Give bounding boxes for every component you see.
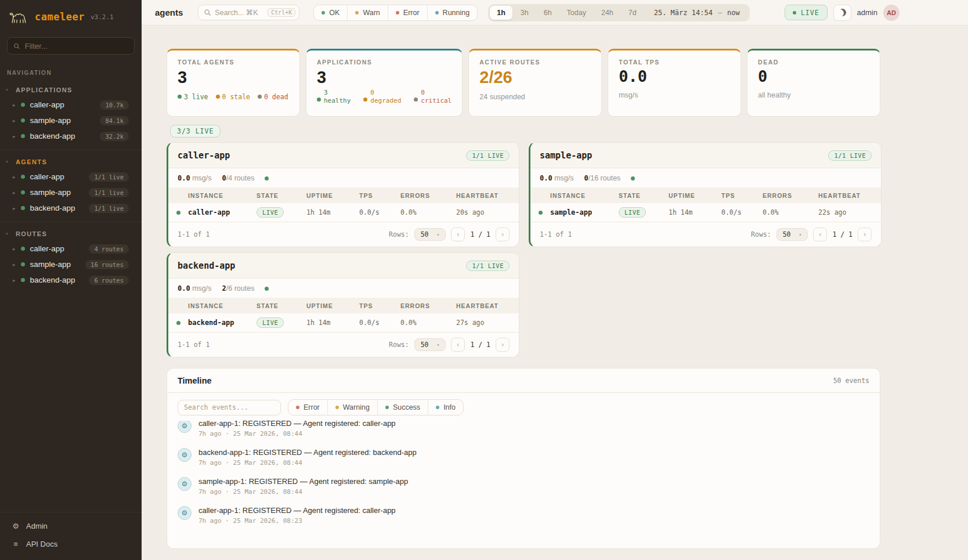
sidebar-item-routes-sample-app[interactable]: ▸ sample-app 16 routes — [0, 256, 142, 272]
timeline-event[interactable]: ⚙ sample-app-1: REGISTERED — Agent regis… — [178, 472, 869, 501]
next-page-button[interactable]: › — [858, 227, 872, 241]
time-range-6h[interactable]: 6h — [537, 6, 559, 20]
sidebar-filter-input[interactable] — [25, 42, 128, 50]
sidebar-item-agents-backend-app[interactable]: ▸ backend-app 1/1 live — [0, 200, 142, 216]
sidebar-item-applications-backend-app[interactable]: ▸ backend-app 32.2k — [0, 128, 142, 144]
filter-success[interactable]: Success — [378, 400, 428, 415]
filter-info[interactable]: Info — [428, 400, 463, 415]
sidebar-footer: ⚙ Admin ≡ API Docs — [0, 512, 142, 560]
global-search[interactable]: Ctrl+K — [198, 5, 299, 20]
rows-per-page-select[interactable]: 50▾ — [776, 228, 808, 241]
sidebar-item-agents-caller-app[interactable]: ▸ caller-app 1/1 live — [0, 169, 142, 185]
chevron-right-icon: ▸ — [13, 277, 16, 283]
sidebar-item-routes-caller-app[interactable]: ▸ caller-app 4 routes — [0, 241, 142, 256]
stat-card-total-agents: TOTAL AGENTS 3 3 live 0 stale 0 dead — [167, 49, 300, 117]
prev-page-button[interactable]: ‹ — [813, 227, 827, 241]
time-range-today[interactable]: Today — [560, 6, 593, 20]
status-dot — [21, 134, 25, 138]
sidebar-item-applications-caller-app[interactable]: ▸ caller-app 10.7k — [0, 97, 142, 113]
stat-label: ACTIVE ROUTES — [479, 59, 591, 66]
count-badge: 84.1k — [100, 116, 129, 125]
count-badge: 16 routes — [85, 260, 129, 269]
status-dot — [21, 206, 25, 210]
agent-gear-icon: ⚙ — [178, 421, 192, 433]
sidebar: cameleer v3.2.1 NAVIGATION ▾ APPLICATION… — [0, 0, 142, 560]
app-root: cameleer v3.2.1 NAVIGATION ▾ APPLICATION… — [0, 0, 968, 560]
status-dot — [21, 278, 25, 282]
rows-per-page-select[interactable]: 50▾ — [414, 228, 446, 241]
instance-live-dot — [539, 211, 543, 215]
timeline-search[interactable] — [178, 400, 281, 416]
filter-error[interactable]: Error — [288, 400, 328, 415]
sidebar-item-admin[interactable]: ⚙ Admin — [0, 517, 142, 535]
row-range: 1-1 of 1 — [540, 230, 572, 239]
status-dot — [21, 247, 25, 251]
rows-per-page-select[interactable]: 50▾ — [414, 338, 446, 351]
filter-running[interactable]: Running — [428, 5, 478, 20]
date-range-display[interactable]: 25. März 14:54 — now — [645, 9, 748, 17]
timeline-search-input[interactable] — [184, 403, 274, 411]
next-page-button[interactable]: › — [496, 338, 510, 352]
app-card-title[interactable]: caller-app — [178, 150, 230, 161]
time-range-24h[interactable]: 24h — [594, 6, 620, 20]
stale-dot — [216, 95, 220, 99]
health-dot — [265, 287, 269, 291]
time-range-1h[interactable]: 1h — [490, 6, 512, 20]
filter-error[interactable]: Error — [388, 5, 428, 20]
status-dot — [21, 190, 25, 194]
app-card-sample-app: sample-app 1/1 LIVE 0.0 msg/s 0/16 route… — [529, 142, 882, 247]
stat-card-dead: DEAD 0 all healthy — [747, 49, 880, 117]
avatar[interactable]: AD — [883, 5, 900, 21]
count-badge: 4 routes — [89, 244, 129, 254]
nav-section-applications: ▾ APPLICATIONS ▸ caller-app 10.7k ▸ samp… — [0, 78, 142, 150]
table-row[interactable]: backend-app LIVE 1h 14m 0.0/s 0.0% 27s a… — [168, 313, 519, 333]
chevron-right-icon: ▸ — [13, 246, 16, 252]
rows-label: Rows: — [389, 341, 409, 349]
chevron-left-icon: ‹ — [818, 230, 822, 239]
stat-value: 2/26 — [479, 67, 591, 88]
section-header-routes[interactable]: ▾ ROUTES — [0, 228, 142, 241]
app-card-title[interactable]: backend-app — [178, 261, 235, 271]
sidebar-item-agents-sample-app[interactable]: ▸ sample-app 1/1 live — [0, 185, 142, 200]
filter-warn[interactable]: Warn — [348, 5, 388, 20]
agent-gear-icon: ⚙ — [178, 506, 192, 520]
page-indicator: 1 / 1 — [832, 230, 853, 239]
timeline-event[interactable]: ⚙ caller-app-1: REGISTERED — Agent regis… — [178, 421, 869, 443]
sidebar-filter[interactable] — [7, 37, 135, 55]
filter-warning[interactable]: Warning — [328, 400, 378, 415]
app-cards-grid: caller-app 1/1 LIVE 0.0 msg/s 0/4 routes… — [167, 142, 882, 357]
next-page-button[interactable]: › — [496, 227, 510, 241]
global-search-input[interactable] — [215, 9, 264, 17]
chevron-right-icon: ▸ — [13, 205, 16, 211]
main-area: agents Ctrl+K OK Warn Error Running 1h 3… — [142, 0, 968, 560]
nav-label: NAVIGATION — [0, 55, 142, 78]
prev-page-button[interactable]: ‹ — [451, 338, 465, 352]
filter-ok[interactable]: OK — [314, 5, 348, 20]
table-row[interactable]: caller-app LIVE 1h 14m 0.0/s 0.0% 20s ag… — [168, 203, 519, 222]
stat-card-applications: APPLICATIONS 3 3healthy 0degraded 0criti… — [306, 49, 463, 117]
time-range-3h[interactable]: 3h — [514, 6, 536, 20]
timeline-events: ⚙ caller-app-1: REGISTERED — Agent regis… — [167, 421, 880, 548]
timeline-event[interactable]: ⚙ backend-app-1: REGISTERED — Agent regi… — [178, 443, 869, 472]
timeline-event[interactable]: ⚙ caller-app-1: REGISTERED — Agent regis… — [178, 501, 869, 530]
app-card-header: backend-app 1/1 LIVE — [168, 253, 519, 279]
chevron-right-icon: ▸ — [13, 174, 16, 180]
time-range-7d[interactable]: 7d — [622, 6, 644, 20]
chevron-right-icon: ▸ — [13, 102, 16, 108]
count-badge: 6 routes — [89, 276, 129, 285]
section-header-agents[interactable]: ▾ AGENTS — [0, 156, 142, 169]
table-footer: 1-1 of 1 Rows: 50▾ ‹ 1 / 1 › — [168, 333, 519, 357]
sidebar-item-api-docs[interactable]: ≡ API Docs — [0, 535, 142, 553]
count-badge: 1/1 live — [89, 172, 129, 182]
sidebar-item-routes-backend-app[interactable]: ▸ backend-app 6 routes — [0, 272, 142, 288]
table-row[interactable]: sample-app LIVE 1h 14m 0.0/s 0.0% 22s ag… — [530, 203, 881, 222]
theme-toggle-button[interactable] — [833, 5, 851, 21]
sidebar-item-applications-sample-app[interactable]: ▸ sample-app 84.1k — [0, 113, 142, 128]
stat-subtext: all healthy — [758, 91, 869, 99]
live-toggle-badge[interactable]: LIVE — [785, 5, 828, 20]
info-dot — [436, 406, 439, 409]
section-header-applications[interactable]: ▾ APPLICATIONS — [0, 84, 142, 97]
app-card-title[interactable]: sample-app — [540, 150, 592, 161]
app-card-header: caller-app 1/1 LIVE — [168, 143, 519, 168]
prev-page-button[interactable]: ‹ — [451, 227, 465, 241]
